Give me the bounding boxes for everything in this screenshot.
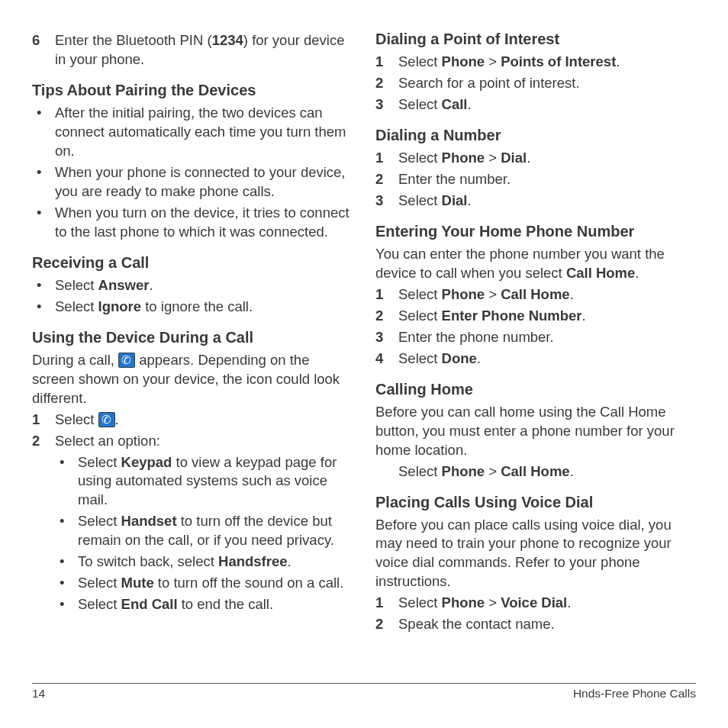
list-number: 1 xyxy=(375,594,398,613)
using-step-2: 2 Select an option: xyxy=(32,432,353,451)
list-number: 2 xyxy=(375,307,398,326)
right-column: Dialing a Point of Interest 1 Select Pho… xyxy=(375,29,696,682)
calling-intro: Before you can call home using the Call … xyxy=(375,403,696,460)
poi-text: Select Phone > Points of Interest. xyxy=(398,53,696,72)
dial-text: Select Dial. xyxy=(398,192,696,211)
option-item: • Select Keypad to view a keypad page fo… xyxy=(55,453,353,511)
list-number: 2 xyxy=(375,170,398,189)
heading-receiving: Receiving a Call xyxy=(32,253,353,273)
list-number: 3 xyxy=(375,95,398,114)
tip-item: • When your phone is connected to your d… xyxy=(32,163,353,201)
dial-step: 3 Select Dial. xyxy=(375,192,696,211)
content-columns: 6 Enter the Bluetooth PIN (1234) for you… xyxy=(32,29,696,682)
bullet: • xyxy=(32,276,55,295)
recv-text: Select Ignore to ignore the call. xyxy=(55,298,353,317)
dial-step: 1 Select Phone > Dial. xyxy=(375,149,696,168)
left-column: 6 Enter the Bluetooth PIN (1234) for you… xyxy=(32,29,353,682)
option-item: • Select End Call to end the call. xyxy=(55,595,353,614)
dial-text: Enter the number. xyxy=(398,170,696,189)
heading-home: Entering Your Home Phone Number xyxy=(375,221,696,242)
list-number: 3 xyxy=(375,192,398,211)
options-list: • Select Keypad to view a keypad page fo… xyxy=(55,453,353,615)
bullet: • xyxy=(55,512,78,550)
using-step-text: Select . xyxy=(55,411,353,430)
list-number: 1 xyxy=(32,411,55,430)
list-number: 1 xyxy=(375,53,398,72)
home-step: 1 Select Phone > Call Home. xyxy=(375,285,696,304)
bullet: • xyxy=(55,595,78,614)
calling-step: Select Phone > Call Home. xyxy=(398,462,696,482)
home-text: Select Enter Phone Number. xyxy=(398,307,696,326)
home-step: 3 Enter the phone number. xyxy=(375,328,696,347)
list-number: 2 xyxy=(375,74,398,93)
option-text: Select Handset to turn off the device bu… xyxy=(78,512,353,550)
list-number: 3 xyxy=(375,328,398,347)
voice-intro: Before you can place calls using voice d… xyxy=(375,516,696,592)
bullet: • xyxy=(55,552,78,572)
recv-text: Select Answer. xyxy=(55,276,353,295)
step-6-text: Enter the Bluetooth PIN (1234) for your … xyxy=(55,31,353,69)
list-number: 1 xyxy=(375,285,398,304)
voice-step: 2 Speak the contact name. xyxy=(375,615,696,634)
voice-step: 1 Select Phone > Voice Dial. xyxy=(375,594,696,613)
option-item: • To switch back, select Handsfree. xyxy=(55,552,353,572)
heading-poi: Dialing a Point of Interest xyxy=(375,29,696,50)
bullet: • xyxy=(32,163,55,201)
bullet: • xyxy=(55,453,78,511)
page-number: 14 xyxy=(32,687,45,701)
step-6: 6 Enter the Bluetooth PIN (1234) for you… xyxy=(32,31,353,69)
heading-dial: Dialing a Number xyxy=(375,125,696,146)
dial-text: Select Phone > Dial. xyxy=(398,149,696,168)
home-step: 4 Select Done. xyxy=(375,350,696,369)
tip-text: When you turn on the device, it tries to… xyxy=(55,204,353,242)
recv-item: • Select Ignore to ignore the call. xyxy=(32,298,353,317)
voice-text: Select Phone > Voice Dial. xyxy=(398,594,696,613)
section-title: Hnds-Free Phone Calls xyxy=(573,687,696,701)
option-text: To switch back, select Handsfree. xyxy=(78,552,353,572)
tip-item: • After the initial pairing, the two dev… xyxy=(32,104,353,161)
home-text: Select Done. xyxy=(398,350,696,369)
bullet: • xyxy=(32,104,55,161)
poi-step: 3 Select Call. xyxy=(375,95,696,114)
bullet: • xyxy=(55,574,78,593)
list-number: 4 xyxy=(375,350,398,369)
poi-step: 1 Select Phone > Points of Interest. xyxy=(375,53,696,72)
home-step: 2 Select Enter Phone Number. xyxy=(375,307,696,326)
poi-text: Search for a point of interest. xyxy=(398,74,696,93)
using-step-text: Select an option: xyxy=(55,432,353,451)
list-number: 1 xyxy=(375,149,398,168)
tip-text: When your phone is connected to your dev… xyxy=(55,163,353,201)
tip-text: After the initial pairing, the two devic… xyxy=(55,104,353,161)
list-number: 2 xyxy=(32,432,55,451)
using-intro: During a call, appears. Depending on the… xyxy=(32,351,353,408)
tip-item: • When you turn on the device, it tries … xyxy=(32,204,353,242)
voice-text: Speak the contact name. xyxy=(398,615,696,634)
option-text: Select End Call to end the call. xyxy=(78,595,353,614)
list-number: 2 xyxy=(375,615,398,634)
bullet: • xyxy=(32,298,55,317)
list-number: 6 xyxy=(32,31,55,69)
heading-calling: Calling Home xyxy=(375,379,696,400)
heading-using: Using the Device During a Call xyxy=(32,327,353,348)
bullet: • xyxy=(32,204,55,242)
heading-tips: Tips About Pairing the Devices xyxy=(32,80,353,101)
heading-voice: Placing Calls Using Voice Dial xyxy=(375,492,696,513)
home-text: Enter the phone number. xyxy=(398,328,696,347)
home-intro: You can enter the phone number you want … xyxy=(375,245,696,283)
using-step-1: 1 Select . xyxy=(32,411,353,430)
dial-step: 2 Enter the number. xyxy=(375,170,696,189)
phone-icon xyxy=(98,412,115,427)
poi-text: Select Call. xyxy=(398,95,696,114)
recv-item: • Select Answer. xyxy=(32,276,353,295)
phone-icon xyxy=(118,353,135,368)
home-text: Select Phone > Call Home. xyxy=(398,285,696,304)
option-text: Select Mute to turn off the sound on a c… xyxy=(78,574,353,593)
option-text: Select Keypad to view a keypad page for … xyxy=(78,453,353,511)
poi-step: 2 Search for a point of interest. xyxy=(375,74,696,93)
page-footer: 14 Hnds-Free Phone Calls xyxy=(32,683,696,701)
option-item: • Select Mute to turn off the sound on a… xyxy=(55,574,353,593)
option-item: • Select Handset to turn off the device … xyxy=(55,512,353,550)
